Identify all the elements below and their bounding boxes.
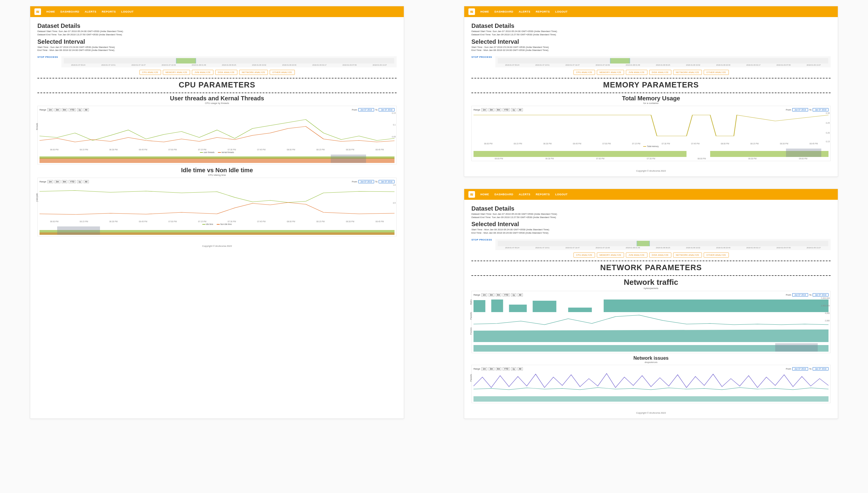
xticks-cpu2: 06:00 PM06:15 PM06:30 PM06:45 PM07:00 PM…	[40, 220, 394, 222]
plot-cpu2[interactable]: (ratio)idle 1.0 0.5	[40, 184, 394, 220]
nav-logout[interactable]: LOGOUT	[555, 193, 568, 196]
btn-disk-analyze[interactable]: DISK ANALYZE	[215, 70, 237, 75]
range-1y[interactable]: 1y	[511, 108, 516, 111]
nav-reports[interactable]: REPORTS	[536, 193, 550, 196]
nav-home[interactable]: HOME	[46, 10, 55, 13]
range-all[interactable]: All	[84, 108, 89, 111]
btn-disk-analyze[interactable]: DISK ANALYZE	[649, 253, 671, 258]
nav-dashboard[interactable]: DASHBOARD	[495, 193, 513, 196]
date-to[interactable]: Jan 07 2018	[813, 108, 828, 111]
btn-memory-analyze[interactable]: MEMORY ANALYZE	[597, 253, 624, 258]
plot-net2[interactable]: Packets	[474, 371, 828, 392]
to-label: To	[375, 108, 378, 111]
range-ytd[interactable]: YTD	[69, 108, 76, 111]
range-1m[interactable]: 1m	[481, 367, 487, 370]
range-label: Range	[40, 108, 46, 111]
dataset-start: Dataset Start Time: Sun Jan 07 2018 05:2…	[38, 30, 396, 33]
btn-cpu-analyze[interactable]: CPU ANALYZE	[139, 70, 161, 75]
date-to[interactable]: Jan 07 2018	[379, 180, 394, 183]
range-ytd[interactable]: YTD	[503, 293, 510, 297]
btn-memory-analyze[interactable]: MEMORY ANALYZE	[597, 70, 624, 75]
range-1y[interactable]: 1y	[511, 367, 516, 370]
date-to[interactable]: Jan 07 2018	[379, 108, 394, 111]
range-1m[interactable]: 1m	[47, 180, 53, 183]
date-from[interactable]: Jan 07 2018	[792, 293, 808, 297]
btn-other-analyze[interactable]: OTHER ANALYZE	[704, 253, 729, 258]
nav-dashboard[interactable]: DASHBOARD	[495, 10, 513, 13]
range-3m[interactable]: 3m	[488, 367, 495, 370]
range-3m[interactable]: 3m	[54, 108, 61, 111]
range-1y[interactable]: 1y	[511, 293, 516, 297]
navigator-cpu1[interactable]	[40, 154, 394, 163]
range-6m[interactable]: 6m	[496, 108, 502, 111]
date-from[interactable]: Jan 07 2018	[792, 108, 808, 111]
date-from[interactable]: Jan 07 2018	[792, 367, 808, 370]
range-ytd[interactable]: YTD	[503, 367, 510, 370]
range-6m[interactable]: 6m	[62, 180, 68, 183]
range-3m[interactable]: 3m	[54, 180, 61, 183]
nav-home[interactable]: HOME	[480, 193, 489, 196]
navigator-cpu2[interactable]	[40, 227, 394, 235]
btn-jvm-analyze[interactable]: JVM ANALYZE	[626, 70, 647, 75]
range-ytd[interactable]: YTD	[503, 108, 510, 111]
range-1y[interactable]: 1y	[77, 108, 82, 111]
nav-logout[interactable]: LOGOUT	[121, 10, 134, 13]
timeline[interactable]: 2018-01-07 05:242018-01-07 10:512018-01-…	[495, 56, 830, 67]
range-all[interactable]: All	[518, 367, 523, 370]
chart-cpu2: Range 1m 3m 6m YTD 1y All From Jan 07 20…	[38, 178, 396, 236]
plot-net-packets[interactable]: Packets 4,000 2,000	[474, 312, 828, 327]
range-6m[interactable]: 6m	[496, 367, 502, 370]
btn-network-analyze[interactable]: NETWORK ANALYZE	[673, 253, 702, 258]
logo-icon: ≋	[35, 8, 41, 15]
nav-alerts[interactable]: ALERTS	[85, 10, 96, 13]
range-1m[interactable]: 1m	[47, 108, 53, 111]
range-6m[interactable]: 6m	[62, 108, 68, 111]
date-from[interactable]: Jan 07 2018	[358, 108, 374, 111]
btn-network-analyze[interactable]: NETWORK ANALYZE	[673, 70, 702, 75]
range-1m[interactable]: 1m	[481, 293, 487, 297]
navigator-net2[interactable]	[474, 393, 828, 402]
plot-net-bytes[interactable]: Bytes 5,000,000 2,500,000	[474, 297, 828, 312]
btn-jvm-analyze[interactable]: JVM ANALYZE	[192, 70, 213, 75]
btn-other-analyze[interactable]: OTHER ANALYZE	[270, 70, 295, 75]
date-to[interactable]: Jan 07 2018	[813, 367, 828, 370]
btn-jvm-analyze[interactable]: JVM ANALYZE	[626, 253, 647, 258]
range-all[interactable]: All	[84, 180, 89, 183]
nav-alerts[interactable]: ALERTS	[519, 10, 530, 13]
btn-cpu-analyze[interactable]: CPU ANALYZE	[573, 70, 595, 75]
btn-disk-analyze[interactable]: DISK ANALYZE	[649, 70, 671, 75]
chart-cpu1: Range 1m 3m 6m YTD 1y All From Jan 07 20…	[38, 106, 396, 165]
btn-other-analyze[interactable]: OTHER ANALYZE	[704, 70, 729, 75]
plot-cpu1[interactable]: threads 0.15 0.1 0.05	[40, 112, 394, 148]
plot-mem1[interactable]: 0.30 0.25 0.20 0.15	[474, 112, 828, 142]
range-all[interactable]: All	[518, 108, 523, 111]
range-1y[interactable]: 1y	[77, 180, 82, 183]
nav-home[interactable]: HOME	[480, 10, 489, 13]
nav-alerts[interactable]: ALERTS	[519, 193, 530, 196]
plot-net-frames[interactable]: Frames	[474, 327, 828, 342]
btn-network-analyze[interactable]: NETWORK ANALYZE	[239, 70, 268, 75]
range-all[interactable]: All	[518, 293, 523, 297]
nav-logout[interactable]: LOGOUT	[555, 10, 568, 13]
range-3m[interactable]: 3m	[488, 293, 495, 297]
xticks-mem1: 06:00 PM06:15 PM06:30 PM06:45 PM07:00 PM…	[474, 143, 828, 145]
navigator-mem1[interactable]	[474, 149, 828, 157]
date-from[interactable]: Jan 07 2018	[358, 180, 374, 183]
range-3m[interactable]: 3m	[488, 108, 495, 111]
navigator-net1[interactable]	[474, 343, 828, 351]
timeline-ticks: 2018-01-07 05:24 2018-01-07 10:51 2018-0…	[64, 64, 394, 66]
nav-reports[interactable]: REPORTS	[536, 10, 550, 13]
range-1m[interactable]: 1m	[481, 108, 487, 111]
date-to[interactable]: Jan 07 2018	[813, 293, 828, 297]
btn-cpu-analyze[interactable]: CPU ANALYZE	[573, 253, 595, 258]
stop-process-link[interactable]: STOP PROCESS	[38, 53, 59, 58]
range-6m[interactable]: 6m	[496, 293, 502, 297]
timeline[interactable]: 2018-01-07 05:24 2018-01-07 10:51 2018-0…	[61, 56, 396, 67]
nav-dashboard[interactable]: DASHBOARD	[61, 10, 79, 13]
stop-process-link[interactable]: STOP PROCESS	[472, 53, 493, 58]
nav-reports[interactable]: REPORTS	[102, 10, 116, 13]
stop-process-link[interactable]: STOP PROCESS	[472, 236, 493, 241]
range-ytd[interactable]: YTD	[69, 180, 76, 183]
btn-memory-analyze[interactable]: MEMORY ANALYZE	[163, 70, 190, 75]
timeline[interactable]: 2018-01-07 05:242018-01-07 10:512018-01-…	[495, 239, 830, 250]
